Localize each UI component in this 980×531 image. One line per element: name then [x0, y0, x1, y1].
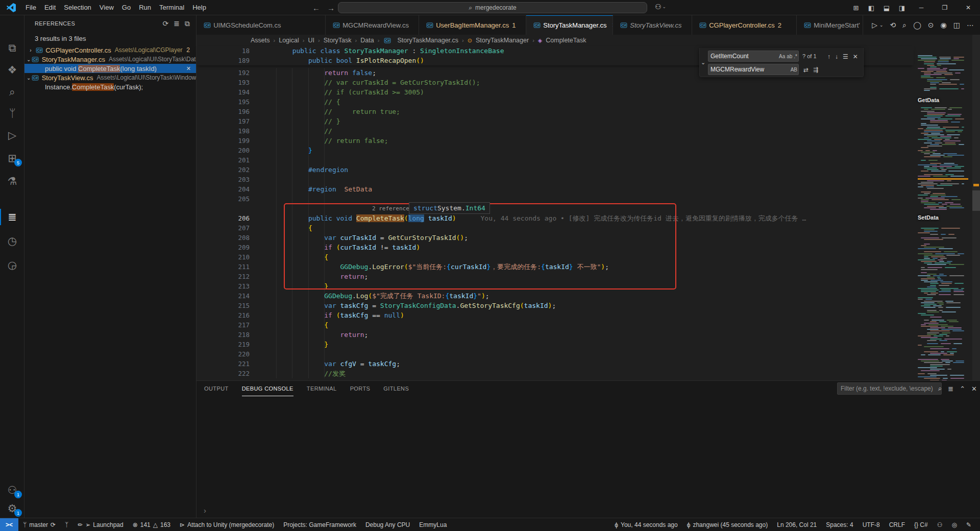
- minimize-button[interactable]: ─: [910, 0, 933, 15]
- tab-uimgschedulecomcs[interactable]: C#UIMGScheduleCom.cs: [197, 15, 326, 35]
- menu-run[interactable]: Run: [135, 2, 155, 13]
- breadcrumb-segment[interactable]: UI: [308, 37, 314, 44]
- overview-ruler[interactable]: [972, 35, 980, 380]
- status-attach-debugger[interactable]: ⊳Attach to Unity (mergedecorate): [175, 518, 279, 531]
- status-build-configuration[interactable]: Debug Any CPU: [361, 518, 414, 531]
- tab-minimergestart[interactable]: C#MiniMergeStart': [797, 15, 863, 35]
- breadcrumb-segment[interactable]: StoryTask: [324, 37, 352, 44]
- search-editor-icon[interactable]: ⌕: [902, 21, 906, 30]
- whole-word-toggle[interactable]: ab: [787, 54, 792, 59]
- nav-back-icon[interactable]: ←: [312, 4, 320, 12]
- toggle-secondary-sidebar-icon[interactable]: ◨: [894, 4, 910, 12]
- regex-toggle[interactable]: .*: [794, 54, 797, 59]
- nav-forward-icon[interactable]: →: [327, 4, 335, 12]
- activity-testing[interactable]: ⚗: [0, 171, 24, 191]
- breadcrumb-member[interactable]: CompleteTask: [546, 37, 586, 44]
- status-blame-you[interactable]: ϕYou, 44 seconds ago: [610, 518, 682, 531]
- menu-edit[interactable]: Edit: [40, 2, 60, 13]
- scrollbar-slider[interactable]: [972, 190, 980, 211]
- status-git-branch[interactable]: ᛘmaster⟳: [18, 518, 60, 531]
- codelens-references[interactable]: 2 references: [260, 204, 412, 213]
- refresh-icon[interactable]: ⟳: [163, 19, 169, 28]
- replace-input[interactable]: [708, 66, 798, 73]
- breadcrumb-segment[interactable]: Logical: [279, 37, 299, 44]
- run-menu-icon[interactable]: ▷: [872, 21, 877, 29]
- codelens-row[interactable]: 2 references: [197, 204, 914, 213]
- status-remote-indicator[interactable]: ><: [0, 518, 18, 531]
- activity-explorer[interactable]: ⧉: [0, 38, 24, 58]
- breadcrumb-file[interactable]: StoryTaskManager.cs: [398, 37, 459, 44]
- activity-references-view[interactable]: ≣: [0, 207, 24, 227]
- clear-results-icon[interactable]: ≣: [174, 19, 180, 28]
- activity-unity-toolkit[interactable]: ❖: [0, 60, 24, 80]
- panel-tab-debug-console[interactable]: DEBUG CONSOLE: [242, 381, 293, 396]
- circle-outline-icon[interactable]: ◯: [913, 21, 921, 29]
- breadcrumb-symbol[interactable]: StoryTaskManager: [476, 37, 529, 44]
- panel-tab-gitlens[interactable]: GITLENS: [383, 381, 409, 396]
- toggle-replace-chevron-icon[interactable]: ⌄: [701, 59, 705, 66]
- tree-reference-row[interactable]: Instance.CompleteTask(curTask);: [24, 82, 196, 91]
- circle-arrow-icon[interactable]: ⊙: [928, 21, 934, 29]
- activity-accounts[interactable]: ⚇1: [0, 480, 24, 500]
- activity-timeline[interactable]: ◷: [0, 231, 24, 251]
- close-panel-icon[interactable]: ✕: [971, 385, 977, 393]
- copilot-menu[interactable]: ⚇ ⌄: [655, 3, 666, 11]
- status-remote-agent[interactable]: ◎: [947, 518, 961, 531]
- activity-source-control[interactable]: ᛘ: [0, 103, 24, 124]
- restore-button[interactable]: ❐: [933, 0, 957, 15]
- output-list-icon[interactable]: ≣: [948, 385, 953, 393]
- activity-search[interactable]: ⌕: [0, 82, 24, 102]
- console-filter-input[interactable]: [837, 382, 942, 395]
- status-problems[interactable]: ⊗141△163: [128, 518, 175, 531]
- toggle-panel-icon[interactable]: ⬓: [879, 4, 894, 12]
- close-button[interactable]: ✕: [957, 0, 980, 15]
- tree-file-row[interactable]: ›C#CGPlayerController.csAssets\Logical\C…: [24, 45, 196, 55]
- replace-icon[interactable]: ⇄: [803, 66, 808, 74]
- status-gitlens-compare[interactable]: ᛉ: [60, 518, 73, 531]
- menu-selection[interactable]: Selection: [60, 2, 95, 13]
- status-blame-author[interactable]: ϕzhangwei (45 seconds ago): [682, 518, 773, 531]
- tab-storytaskviewcs[interactable]: C#StoryTaskView.cs: [613, 15, 692, 35]
- status-cursor-position[interactable]: Ln 206, Col 21: [772, 518, 821, 531]
- timeline-history-icon[interactable]: ⟲: [890, 21, 896, 29]
- tab-storytaskmanagercs[interactable]: C#StoryTaskManager.cs✕: [526, 15, 613, 35]
- status-language-mode[interactable]: {} C#: [910, 518, 933, 531]
- status-eol-sequence[interactable]: CRLF: [885, 518, 910, 531]
- collapse-all-icon[interactable]: ⧉: [185, 19, 190, 28]
- activity-settings[interactable]: ⚙1: [0, 498, 24, 519]
- profiler-play-icon[interactable]: ◉: [941, 21, 947, 29]
- find-in-selection-icon[interactable]: ☰: [843, 53, 848, 60]
- activity-gitlens-inspect[interactable]: ◶: [0, 255, 24, 275]
- activity-extensions[interactable]: ⊞5: [0, 148, 24, 168]
- replace-all-icon[interactable]: ⇶: [813, 66, 818, 74]
- tab-cgplayercontrollercs[interactable]: C#CGPlayerController.cs2: [692, 15, 797, 35]
- maximize-panel-icon[interactable]: ⌃: [960, 385, 965, 393]
- minimap[interactable]: GetDataSetData: [914, 35, 972, 380]
- breadcrumb-segment[interactable]: Data: [360, 37, 374, 44]
- menu-go[interactable]: Go: [118, 2, 135, 13]
- status-projects[interactable]: Projects: GameFramework: [279, 518, 361, 531]
- more-actions-icon[interactable]: ⋯: [967, 21, 974, 29]
- dismiss-icon[interactable]: ✕: [186, 65, 191, 72]
- panel-tab-output[interactable]: OUTPUT: [204, 381, 229, 396]
- panel-tab-terminal[interactable]: TERMINAL: [307, 381, 337, 396]
- tree-file-row[interactable]: ⌄C#StoryTaskView.csAssets\Logical\UI\Sto…: [24, 73, 196, 82]
- breadcrumb-segment[interactable]: Assets: [251, 37, 270, 44]
- status-launchpad[interactable]: ✏➢Launchpad: [73, 518, 128, 531]
- preserve-case-toggle[interactable]: AB: [791, 67, 797, 73]
- activity-run-and-debug[interactable]: ▷: [0, 125, 24, 146]
- menu-help[interactable]: Help: [188, 2, 210, 13]
- panel-tab-ports[interactable]: PORTS: [350, 381, 371, 396]
- next-match-icon[interactable]: ↓: [835, 53, 838, 60]
- match-case-toggle[interactable]: Aa: [779, 54, 785, 59]
- tree-file-row[interactable]: ⌄C#StoryTaskManager.csAssets\Logical\UI\…: [24, 55, 196, 64]
- status-emmylua[interactable]: EmmyLua: [414, 518, 451, 531]
- split-editor-icon[interactable]: ◫: [953, 21, 960, 29]
- tree-reference-row[interactable]: public void CompleteTask(long taskId)✕: [24, 64, 196, 73]
- previous-match-icon[interactable]: ↑: [827, 53, 830, 60]
- tab-mgcmrewardviewcs[interactable]: C#MGCMRewardView.cs: [326, 15, 419, 35]
- command-center[interactable]: ⌕ mergedecorate: [338, 2, 647, 13]
- status-indentation[interactable]: Spaces: 4: [821, 518, 857, 531]
- status-feedback[interactable]: ✎: [962, 518, 976, 531]
- close-tab-icon[interactable]: ✕: [607, 22, 613, 29]
